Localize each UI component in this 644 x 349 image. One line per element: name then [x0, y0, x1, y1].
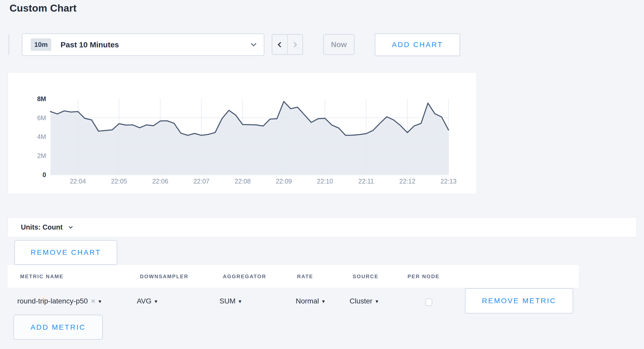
remove-tag-icon[interactable]: ×: [91, 297, 96, 305]
units-label: Units: Count: [21, 223, 63, 231]
svg-text:22:06: 22:06: [152, 178, 168, 185]
per-node-checkbox[interactable]: [425, 299, 432, 306]
aggregator-value: SUM: [219, 297, 235, 305]
toolbar-accent-divider: [9, 34, 9, 55]
downsampler-value: AVG: [137, 297, 151, 305]
downsampler-dropdown[interactable]: AVG ▾: [137, 294, 157, 308]
now-button[interactable]: Now: [323, 34, 354, 55]
column-header-metric-name: METRIC NAME: [20, 274, 64, 280]
dropdown-caret-icon: ▾: [155, 299, 157, 304]
svg-text:22:13: 22:13: [440, 178, 456, 185]
remove-metric-button[interactable]: REMOVE METRIC: [465, 288, 573, 313]
next-timeframe-button[interactable]: [287, 35, 303, 54]
add-chart-button[interactable]: ADD CHART: [375, 33, 460, 56]
add-metric-button[interactable]: ADD METRIC: [13, 315, 103, 340]
chart-card: 02M4M6M8M22:0422:0522:0622:0722:0822:092…: [8, 72, 477, 194]
dropdown-caret-icon: ▾: [376, 299, 378, 304]
units-dropdown[interactable]: Units: Count: [8, 217, 637, 237]
chevron-right-icon: [292, 42, 297, 47]
svg-text:6M: 6M: [37, 114, 46, 121]
source-value: Cluster: [350, 297, 372, 305]
time-range-badge: 10m: [31, 38, 51, 51]
svg-text:22:09: 22:09: [276, 178, 292, 185]
svg-text:22:07: 22:07: [193, 178, 209, 185]
svg-text:22:12: 22:12: [399, 178, 415, 185]
svg-text:22:05: 22:05: [111, 178, 127, 185]
timeseries-area-chart: 02M4M6M8M22:0422:0522:0622:0722:0822:092…: [8, 73, 477, 194]
column-header-per-node: PER NODE: [408, 274, 439, 280]
svg-text:8M: 8M: [37, 95, 46, 102]
svg-text:0: 0: [43, 171, 46, 178]
metrics-table-header: METRIC NAME DOWNSAMPLER AGGREGATOR RATE …: [8, 265, 579, 288]
svg-text:2M: 2M: [37, 152, 46, 159]
rate-value: Normal: [296, 297, 319, 305]
aggregator-dropdown[interactable]: SUM ▾: [219, 294, 241, 308]
metric-name-dropdown[interactable]: round-trip-latency-p50 × ▾: [17, 294, 101, 308]
chevron-down-icon: [69, 225, 73, 229]
svg-text:4M: 4M: [37, 133, 46, 140]
svg-text:22:10: 22:10: [317, 178, 333, 185]
chevron-down-icon: [251, 41, 256, 46]
custom-chart-page: Custom Chart 10m Past 10 Minutes Now ADD…: [0, 0, 644, 349]
metric-name-value: round-trip-latency-p50: [17, 297, 88, 305]
time-range-label: Past 10 Minutes: [61, 40, 119, 49]
dropdown-caret-icon: ▾: [98, 299, 101, 304]
dropdown-caret-icon: ▾: [239, 299, 241, 304]
page-title: Custom Chart: [10, 3, 77, 14]
chevron-left-icon: [278, 42, 283, 47]
prev-timeframe-button[interactable]: [272, 35, 287, 54]
remove-chart-button[interactable]: REMOVE CHART: [14, 240, 117, 265]
column-header-rate: RATE: [297, 274, 313, 280]
column-header-aggregator: AGGREGATOR: [223, 274, 266, 280]
column-header-source: SOURCE: [353, 274, 379, 280]
time-range-dropdown[interactable]: 10m Past 10 Minutes: [22, 33, 264, 56]
rate-dropdown[interactable]: Normal ▾: [296, 294, 325, 308]
source-dropdown[interactable]: Cluster ▾: [350, 294, 378, 308]
svg-text:22:11: 22:11: [358, 178, 374, 185]
dropdown-caret-icon: ▾: [322, 299, 325, 304]
time-nav-group: [272, 34, 303, 55]
column-header-downsampler: DOWNSAMPLER: [140, 274, 189, 280]
svg-text:22:04: 22:04: [70, 178, 86, 185]
svg-text:22:08: 22:08: [235, 178, 251, 185]
